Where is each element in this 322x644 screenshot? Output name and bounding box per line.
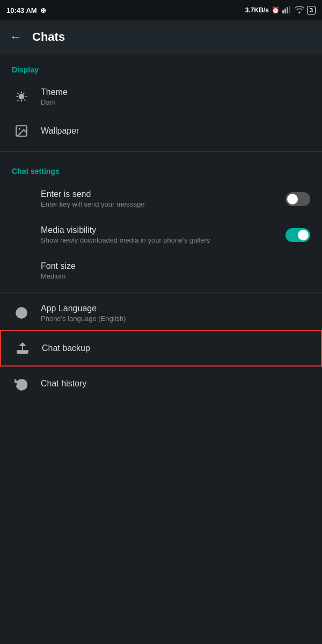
wallpaper-setting[interactable]: Wallpaper — [0, 114, 322, 148]
globe-icon — [12, 303, 31, 323]
media-visibility-title: Media visibility — [41, 225, 286, 235]
divider-1 — [0, 151, 322, 152]
chat-settings-section-label: Chat settings — [0, 155, 322, 181]
enter-is-send-text: Enter is send Enter key will send your m… — [41, 189, 286, 208]
enter-is-send-toggle[interactable] — [286, 192, 310, 206]
enter-is-send-setting[interactable]: Enter is send Enter key will send your m… — [0, 181, 322, 217]
app-language-subtitle: Phone's language (English) — [41, 314, 310, 323]
svg-rect-1 — [284, 9, 286, 13]
enter-is-send-title: Enter is send — [41, 189, 286, 199]
toolbar: ← Chats — [0, 20, 322, 54]
chat-backup-text: Chat backup — [42, 343, 309, 353]
theme-text: Theme Dark — [41, 87, 310, 106]
chat-history-setting[interactable]: Chat history — [0, 367, 322, 401]
wallpaper-title: Wallpaper — [41, 126, 310, 136]
battery-icon: 3 — [307, 6, 316, 14]
status-time: 10:43 AM — [6, 6, 37, 14]
media-visibility-setting[interactable]: Media visibility Show newly downloaded m… — [0, 217, 322, 253]
media-visibility-toggle-thumb — [298, 230, 309, 240]
media-visibility-text: Media visibility Show newly downloaded m… — [41, 225, 286, 244]
signal-icon — [282, 6, 292, 15]
svg-rect-0 — [282, 10, 284, 13]
svg-rect-3 — [289, 6, 290, 13]
network-speed: 3.7KB/s — [245, 6, 269, 14]
theme-setting[interactable]: Theme Dark — [0, 79, 322, 114]
wallpaper-icon — [12, 121, 31, 141]
chat-backup-setting[interactable]: Chat backup — [0, 330, 322, 367]
back-button[interactable]: ← — [10, 30, 21, 44]
wifi-icon — [295, 6, 304, 15]
status-right: 3.7KB/s ⏰ 3 — [245, 6, 316, 15]
font-size-text: Font size Medium — [41, 261, 310, 280]
enter-is-send-subtitle: Enter key will send your message — [41, 200, 286, 208]
font-size-subtitle: Medium — [41, 272, 310, 280]
page-title: Chats — [32, 30, 65, 44]
svg-rect-2 — [287, 7, 288, 13]
enter-is-send-toggle-thumb — [287, 194, 298, 204]
divider-2 — [0, 292, 322, 292]
content: Display Theme Dark Wallpaper Chat settin… — [0, 54, 322, 401]
font-size-setting[interactable]: Font size Medium — [0, 253, 322, 289]
chat-backup-title: Chat backup — [42, 343, 309, 353]
media-visibility-toggle[interactable] — [286, 228, 310, 242]
app-language-title: App Language — [41, 304, 310, 313]
history-icon — [12, 374, 31, 393]
mobile-icon: ⊕ — [40, 6, 46, 14]
status-left: 10:43 AM ⊕ — [6, 6, 46, 14]
chat-history-title: Chat history — [41, 379, 310, 389]
media-visibility-subtitle: Show newly downloaded media in your phon… — [41, 236, 286, 244]
display-section-label: Display — [0, 54, 322, 79]
alarm-icon: ⏰ — [272, 6, 280, 14]
wallpaper-text: Wallpaper — [41, 126, 310, 136]
font-size-title: Font size — [41, 261, 310, 271]
svg-point-5 — [19, 128, 20, 130]
theme-title: Theme — [41, 87, 310, 97]
theme-icon — [12, 87, 31, 106]
app-language-text: App Language Phone's language (English) — [41, 304, 310, 323]
status-bar: 10:43 AM ⊕ 3.7KB/s ⏰ 3 — [0, 0, 322, 20]
theme-subtitle: Dark — [41, 98, 310, 106]
chat-history-text: Chat history — [41, 379, 310, 389]
app-language-setting[interactable]: App Language Phone's language (English) — [0, 296, 322, 330]
upload-icon — [13, 339, 32, 358]
